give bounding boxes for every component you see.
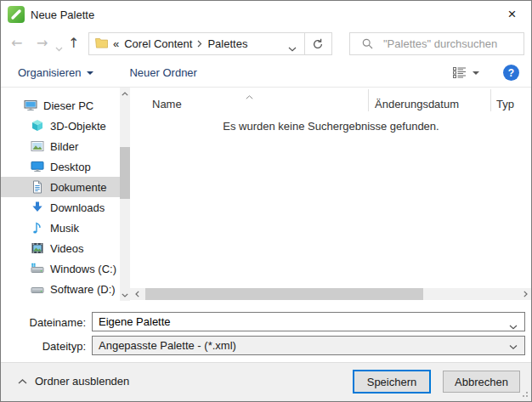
download-arrow-icon	[31, 201, 44, 214]
window-title: Neue Palette	[31, 8, 94, 21]
sidebar-item-3d-objekte[interactable]: 3D-Objekte	[1, 116, 120, 136]
column-separator[interactable]	[490, 89, 491, 111]
scroll-up-button[interactable]	[120, 88, 130, 99]
new-folder-button[interactable]: Neuer Ordner	[129, 66, 196, 79]
column-header-typ[interactable]: Typ	[496, 98, 514, 110]
chevron-down-icon	[122, 293, 128, 297]
chevron-down-icon	[509, 339, 518, 352]
filetype-select[interactable]: Angepasste Palette - (*.xml)	[92, 336, 525, 355]
chevron-up-icon	[18, 379, 27, 384]
address-bar[interactable]: « Corel Content Palettes	[88, 32, 305, 55]
sidebar-item-software-d[interactable]: Software (D:)	[1, 279, 120, 299]
column-header-name[interactable]: Name	[152, 98, 182, 110]
pictures-icon	[31, 139, 44, 153]
organize-button[interactable]: Organisieren	[18, 66, 93, 79]
desktop-icon	[31, 160, 44, 173]
scrollbar-thumb[interactable]	[145, 288, 423, 300]
sort-ascending-icon	[246, 89, 253, 102]
chevron-left-icon	[135, 291, 139, 297]
close-icon: ×	[508, 6, 517, 23]
documents-icon	[31, 180, 44, 194]
forward-button[interactable]: →	[37, 37, 48, 50]
music-note-icon	[31, 221, 44, 235]
save-button[interactable]: Speichern	[353, 370, 431, 394]
scroll-down-button[interactable]	[120, 289, 130, 301]
save-dialog-window: Neue Palette × ← → ↑ « Corel Content Pal…	[0, 0, 532, 402]
scrollbar-thumb[interactable]	[120, 147, 130, 199]
question-mark-icon: ?	[508, 67, 514, 79]
chevron-down-icon	[473, 71, 479, 75]
sidebar-scrollbar[interactable]	[120, 88, 130, 301]
film-icon	[31, 241, 44, 255]
command-toolbar: Organisieren Neuer Ordner ?	[1, 59, 531, 88]
recent-locations-button[interactable]	[55, 42, 63, 54]
sidebar-item-dieser-pc[interactable]: Dieser PC	[1, 95, 120, 116]
content-area: Dieser PC 3D-Objekte Bilder Desktop	[1, 88, 531, 301]
breadcrumb-segment[interactable]: Corel Content	[124, 37, 192, 50]
back-button[interactable]: ←	[11, 37, 22, 50]
footer-bar: Ordner ausblenden Speichern Abbrechen	[1, 362, 531, 402]
filetype-value: Angepasste Palette - (*.xml)	[99, 339, 236, 352]
refresh-icon	[312, 38, 324, 50]
empty-results-message: Es wurden keine Suchergebnisse gefunden.	[130, 120, 532, 133]
search-input[interactable]	[382, 37, 518, 51]
chevron-down-icon	[55, 47, 63, 52]
sidebar-item-downloads[interactable]: Downloads	[1, 197, 120, 218]
search-icon	[362, 38, 373, 49]
forward-arrow-icon: →	[37, 35, 48, 51]
navigation-pane: Dieser PC 3D-Objekte Bilder Desktop	[1, 88, 120, 301]
close-button[interactable]: ×	[493, 1, 531, 27]
sidebar-item-dokumente[interactable]: Dokumente	[1, 177, 120, 197]
breadcrumb-segment[interactable]: Palettes	[207, 37, 247, 50]
view-mode-button[interactable]	[453, 67, 479, 78]
filename-label: Dateiname:	[1, 316, 86, 329]
computer-icon	[24, 99, 37, 112]
chevron-down-icon	[288, 47, 297, 52]
up-arrow-icon: ↑	[68, 35, 79, 51]
details-view-icon	[453, 67, 467, 78]
help-button[interactable]: ?	[503, 65, 519, 81]
title-bar: Neue Palette	[1, 1, 531, 28]
horizontal-scrollbar[interactable]	[130, 288, 532, 300]
chevron-down-icon	[87, 71, 93, 75]
scroll-right-button[interactable]	[520, 288, 530, 300]
sidebar-item-videos[interactable]: Videos	[1, 238, 120, 258]
up-button[interactable]: ↑	[68, 37, 79, 50]
filetype-label: Dateityp:	[1, 340, 86, 353]
sidebar-item-bilder[interactable]: Bilder	[1, 136, 120, 156]
scroll-left-button[interactable]	[132, 288, 142, 300]
address-dropdown-button[interactable]	[288, 42, 297, 54]
cancel-button[interactable]: Abbrechen	[443, 371, 520, 393]
resize-grip-icon[interactable]	[520, 388, 529, 400]
chevron-up-icon	[122, 92, 128, 96]
filename-input[interactable]	[92, 312, 525, 331]
app-icon	[8, 6, 25, 23]
sidebar-item-windows-c[interactable]: Windows (C:)	[1, 258, 120, 279]
column-separator[interactable]	[368, 89, 369, 111]
column-header-aenderungsdatum[interactable]: Änderungsdatum	[375, 98, 459, 110]
chevron-right-icon	[197, 40, 202, 48]
drive-windows-icon	[31, 262, 44, 275]
refresh-button[interactable]	[304, 32, 332, 55]
file-list: Name Änderungsdatum Typ Es wurden keine …	[130, 88, 532, 301]
hide-folders-button[interactable]: Ordner ausblenden	[18, 375, 129, 388]
cube-icon	[31, 119, 44, 133]
chevron-down-icon	[509, 325, 518, 330]
sidebar-item-desktop[interactable]: Desktop	[1, 156, 120, 177]
back-arrow-icon: ←	[11, 35, 22, 51]
drive-icon	[31, 282, 44, 296]
folder-icon	[95, 37, 108, 51]
chevron-right-icon	[524, 291, 528, 297]
search-box	[349, 32, 524, 55]
sidebar-item-musik[interactable]: Musik	[1, 218, 120, 238]
filename-dropdown-button[interactable]	[509, 320, 525, 332]
breadcrumb-collapsed[interactable]: «	[113, 37, 119, 50]
